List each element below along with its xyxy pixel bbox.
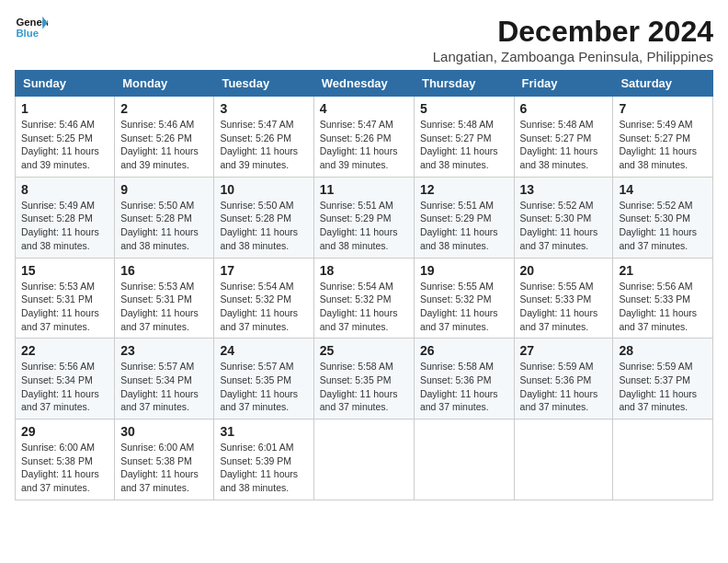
calendar-cell: 24Sunrise: 5:57 AMSunset: 5:35 PMDayligh… [214, 339, 313, 419]
day-info: Sunrise: 5:58 AMSunset: 5:36 PMDaylight:… [420, 360, 508, 414]
day-info: Sunrise: 5:47 AMSunset: 5:26 PMDaylight:… [320, 118, 408, 172]
day-number: 12 [420, 182, 508, 197]
day-number: 2 [120, 101, 208, 116]
day-info: Sunrise: 5:50 AMSunset: 5:28 PMDaylight:… [220, 199, 307, 253]
day-info: Sunrise: 5:52 AMSunset: 5:30 PMDaylight:… [619, 199, 707, 253]
calendar-cell: 14Sunrise: 5:52 AMSunset: 5:30 PMDayligh… [613, 177, 713, 258]
weekday-header-thursday: Thursday [414, 71, 514, 97]
calendar-cell: 8Sunrise: 5:49 AMSunset: 5:28 PMDaylight… [16, 177, 115, 258]
calendar-cell: 1Sunrise: 5:46 AMSunset: 5:25 PMDaylight… [16, 97, 115, 178]
calendar-cell: 3Sunrise: 5:47 AMSunset: 5:26 PMDaylight… [214, 97, 313, 178]
day-info: Sunrise: 5:49 AMSunset: 5:28 PMDaylight:… [21, 199, 108, 253]
week-row-2: 8Sunrise: 5:49 AMSunset: 5:28 PMDaylight… [16, 177, 713, 258]
day-number: 8 [21, 182, 108, 197]
calendar-cell: 18Sunrise: 5:54 AMSunset: 5:32 PMDayligh… [313, 258, 414, 339]
day-info: Sunrise: 5:50 AMSunset: 5:28 PMDaylight:… [120, 199, 208, 253]
svg-text:Blue: Blue [16, 28, 39, 39]
day-number: 24 [220, 343, 307, 358]
day-number: 9 [120, 182, 208, 197]
day-number: 22 [21, 343, 108, 358]
day-number: 6 [520, 101, 608, 116]
location-title: Langatian, Zamboanga Peninsula, Philippi… [433, 49, 713, 64]
weekday-header-saturday: Saturday [613, 71, 713, 97]
weekday-header-sunday: Sunday [16, 71, 115, 97]
weekday-header-wednesday: Wednesday [313, 71, 414, 97]
calendar-cell: 31Sunrise: 6:01 AMSunset: 5:39 PMDayligh… [214, 419, 313, 500]
calendar-cell: 29Sunrise: 6:00 AMSunset: 5:38 PMDayligh… [16, 419, 115, 500]
day-number: 10 [220, 182, 307, 197]
calendar-cell: 11Sunrise: 5:51 AMSunset: 5:29 PMDayligh… [313, 177, 414, 258]
day-info: Sunrise: 5:58 AMSunset: 5:35 PMDaylight:… [320, 360, 408, 414]
calendar-cell: 25Sunrise: 5:58 AMSunset: 5:35 PMDayligh… [313, 339, 414, 419]
calendar-cell: 12Sunrise: 5:51 AMSunset: 5:29 PMDayligh… [414, 177, 514, 258]
day-info: Sunrise: 5:51 AMSunset: 5:29 PMDaylight:… [320, 199, 408, 253]
day-number: 25 [320, 343, 408, 358]
day-info: Sunrise: 6:00 AMSunset: 5:38 PMDaylight:… [120, 441, 208, 495]
calendar-cell [613, 419, 713, 500]
calendar-cell [313, 419, 414, 500]
day-number: 29 [21, 424, 108, 439]
logo-icon: General Blue [15, 15, 48, 40]
day-number: 4 [320, 101, 408, 116]
calendar-cell [514, 419, 613, 500]
calendar-cell: 28Sunrise: 5:59 AMSunset: 5:37 PMDayligh… [613, 339, 713, 419]
day-number: 21 [619, 263, 707, 278]
calendar-cell: 20Sunrise: 5:55 AMSunset: 5:33 PMDayligh… [514, 258, 613, 339]
day-number: 7 [619, 101, 707, 116]
calendar-cell: 17Sunrise: 5:54 AMSunset: 5:32 PMDayligh… [214, 258, 313, 339]
day-number: 23 [120, 343, 208, 358]
day-info: Sunrise: 5:56 AMSunset: 5:33 PMDaylight:… [619, 280, 707, 334]
day-info: Sunrise: 5:53 AMSunset: 5:31 PMDaylight:… [120, 280, 208, 334]
calendar-cell: 21Sunrise: 5:56 AMSunset: 5:33 PMDayligh… [613, 258, 713, 339]
calendar-cell: 27Sunrise: 5:59 AMSunset: 5:36 PMDayligh… [514, 339, 613, 419]
calendar-cell: 5Sunrise: 5:48 AMSunset: 5:27 PMDaylight… [414, 97, 514, 178]
day-number: 14 [619, 182, 707, 197]
day-info: Sunrise: 5:57 AMSunset: 5:35 PMDaylight:… [220, 360, 307, 414]
day-number: 26 [420, 343, 508, 358]
title-area: December 2024 Langatian, Zamboanga Penin… [433, 15, 713, 64]
week-row-1: 1Sunrise: 5:46 AMSunset: 5:25 PMDaylight… [16, 97, 713, 178]
day-number: 30 [120, 424, 208, 439]
calendar-table: SundayMondayTuesdayWednesdayThursdayFrid… [15, 70, 713, 500]
day-info: Sunrise: 5:59 AMSunset: 5:37 PMDaylight:… [619, 360, 707, 414]
calendar-cell: 15Sunrise: 5:53 AMSunset: 5:31 PMDayligh… [16, 258, 115, 339]
calendar-cell: 16Sunrise: 5:53 AMSunset: 5:31 PMDayligh… [115, 258, 214, 339]
weekday-header-row: SundayMondayTuesdayWednesdayThursdayFrid… [16, 71, 713, 97]
month-title: December 2024 [433, 15, 713, 49]
day-info: Sunrise: 5:59 AMSunset: 5:36 PMDaylight:… [520, 360, 608, 414]
day-info: Sunrise: 5:51 AMSunset: 5:29 PMDaylight:… [420, 199, 508, 253]
calendar-cell: 10Sunrise: 5:50 AMSunset: 5:28 PMDayligh… [214, 177, 313, 258]
day-number: 13 [520, 182, 608, 197]
weekday-header-tuesday: Tuesday [214, 71, 313, 97]
day-info: Sunrise: 5:55 AMSunset: 5:33 PMDaylight:… [520, 280, 608, 334]
day-number: 11 [320, 182, 408, 197]
calendar-cell [414, 419, 514, 500]
day-number: 17 [220, 263, 307, 278]
week-row-4: 22Sunrise: 5:56 AMSunset: 5:34 PMDayligh… [16, 339, 713, 419]
day-number: 20 [520, 263, 608, 278]
day-info: Sunrise: 5:54 AMSunset: 5:32 PMDaylight:… [320, 280, 408, 334]
day-number: 1 [21, 101, 108, 116]
calendar-cell: 30Sunrise: 6:00 AMSunset: 5:38 PMDayligh… [115, 419, 214, 500]
day-info: Sunrise: 5:48 AMSunset: 5:27 PMDaylight:… [420, 118, 508, 172]
day-info: Sunrise: 5:47 AMSunset: 5:26 PMDaylight:… [220, 118, 307, 172]
day-info: Sunrise: 5:52 AMSunset: 5:30 PMDaylight:… [520, 199, 608, 253]
day-info: Sunrise: 5:46 AMSunset: 5:25 PMDaylight:… [21, 118, 108, 172]
day-info: Sunrise: 5:48 AMSunset: 5:27 PMDaylight:… [520, 118, 608, 172]
calendar-cell: 4Sunrise: 5:47 AMSunset: 5:26 PMDaylight… [313, 97, 414, 178]
calendar-cell: 7Sunrise: 5:49 AMSunset: 5:27 PMDaylight… [613, 97, 713, 178]
calendar-cell: 26Sunrise: 5:58 AMSunset: 5:36 PMDayligh… [414, 339, 514, 419]
header: General Blue December 2024 Langatian, Za… [15, 15, 713, 64]
day-info: Sunrise: 5:49 AMSunset: 5:27 PMDaylight:… [619, 118, 707, 172]
week-row-3: 15Sunrise: 5:53 AMSunset: 5:31 PMDayligh… [16, 258, 713, 339]
weekday-header-friday: Friday [514, 71, 613, 97]
calendar-cell: 6Sunrise: 5:48 AMSunset: 5:27 PMDaylight… [514, 97, 613, 178]
day-info: Sunrise: 5:57 AMSunset: 5:34 PMDaylight:… [120, 360, 208, 414]
day-number: 5 [420, 101, 508, 116]
day-info: Sunrise: 6:00 AMSunset: 5:38 PMDaylight:… [21, 441, 108, 495]
day-info: Sunrise: 5:53 AMSunset: 5:31 PMDaylight:… [21, 280, 108, 334]
day-info: Sunrise: 5:46 AMSunset: 5:26 PMDaylight:… [120, 118, 208, 172]
day-number: 19 [420, 263, 508, 278]
calendar-cell: 2Sunrise: 5:46 AMSunset: 5:26 PMDaylight… [115, 97, 214, 178]
day-info: Sunrise: 5:56 AMSunset: 5:34 PMDaylight:… [21, 360, 108, 414]
